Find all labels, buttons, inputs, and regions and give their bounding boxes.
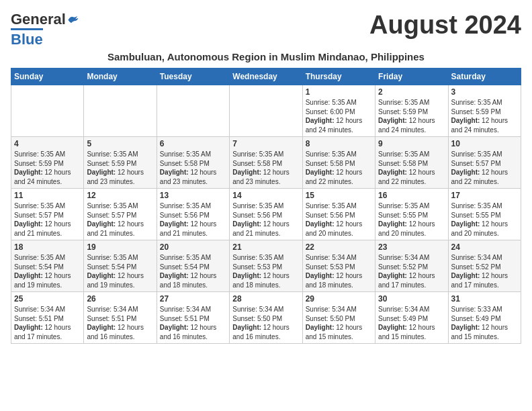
day-number: 28 <box>232 294 299 304</box>
day-header-sunday: Sunday <box>11 68 84 85</box>
day-number: 23 <box>378 242 445 252</box>
calendar-cell: 23Sunrise: 5:34 AMSunset: 5:52 PMDayligh… <box>375 240 448 292</box>
day-number: 4 <box>14 139 81 148</box>
calendar-cell: 8Sunrise: 5:35 AMSunset: 5:58 PMDaylight… <box>302 137 375 189</box>
calendar-cell: 12Sunrise: 5:35 AMSunset: 5:57 PMDayligh… <box>84 189 157 240</box>
calendar-cell: 9Sunrise: 5:35 AMSunset: 5:58 PMDaylight… <box>375 137 448 189</box>
calendar-cell: 4Sunrise: 5:35 AMSunset: 5:59 PMDaylight… <box>11 137 84 189</box>
calendar-cell: 30Sunrise: 5:34 AMSunset: 5:49 PMDayligh… <box>375 292 448 344</box>
day-number: 24 <box>451 242 518 252</box>
logo: General Blue <box>11 11 79 48</box>
calendar-cell: 27Sunrise: 5:34 AMSunset: 5:51 PMDayligh… <box>157 292 229 344</box>
week-row-2: 4Sunrise: 5:35 AMSunset: 5:59 PMDaylight… <box>11 137 521 189</box>
day-info: Sunrise: 5:34 AMSunset: 5:52 PMDaylight:… <box>378 253 445 289</box>
day-number: 27 <box>160 294 226 304</box>
logo-text: General <box>11 11 79 28</box>
day-number: 15 <box>306 191 372 200</box>
calendar-cell: 1Sunrise: 5:35 AMSunset: 6:00 PMDaylight… <box>302 85 375 137</box>
week-row-3: 11Sunrise: 5:35 AMSunset: 5:57 PMDayligh… <box>11 189 521 240</box>
day-number: 1 <box>306 87 372 97</box>
calendar-cell: 5Sunrise: 5:35 AMSunset: 5:59 PMDaylight… <box>84 137 157 189</box>
day-info: Sunrise: 5:35 AMSunset: 5:54 PMDaylight:… <box>160 253 226 289</box>
day-info: Sunrise: 5:34 AMSunset: 5:51 PMDaylight:… <box>14 305 81 341</box>
calendar-cell: 24Sunrise: 5:34 AMSunset: 5:52 PMDayligh… <box>448 240 521 292</box>
calendar-cell: 21Sunrise: 5:35 AMSunset: 5:53 PMDayligh… <box>230 240 302 292</box>
day-info: Sunrise: 5:34 AMSunset: 5:50 PMDaylight:… <box>232 305 299 341</box>
day-number: 20 <box>160 242 226 252</box>
day-number: 3 <box>451 87 518 97</box>
calendar-cell: 11Sunrise: 5:35 AMSunset: 5:57 PMDayligh… <box>11 189 84 240</box>
day-info: Sunrise: 5:35 AMSunset: 5:56 PMDaylight:… <box>232 201 299 238</box>
day-header-monday: Monday <box>84 68 157 85</box>
day-info: Sunrise: 5:35 AMSunset: 5:54 PMDaylight:… <box>14 253 81 289</box>
day-info: Sunrise: 5:35 AMSunset: 5:57 PMDaylight:… <box>87 201 153 238</box>
day-info: Sunrise: 5:35 AMSunset: 5:55 PMDaylight:… <box>378 201 445 238</box>
day-number: 5 <box>87 139 153 148</box>
calendar-cell: 13Sunrise: 5:35 AMSunset: 5:56 PMDayligh… <box>157 189 229 240</box>
day-number: 7 <box>232 139 299 148</box>
calendar-cell: 31Sunrise: 5:33 AMSunset: 5:49 PMDayligh… <box>448 292 521 344</box>
calendar-cell <box>230 85 302 137</box>
day-info: Sunrise: 5:35 AMSunset: 5:59 PMDaylight:… <box>14 150 81 186</box>
day-number: 12 <box>87 191 153 200</box>
day-number: 31 <box>451 294 518 304</box>
week-row-5: 25Sunrise: 5:34 AMSunset: 5:51 PMDayligh… <box>11 292 521 344</box>
day-header-thursday: Thursday <box>302 68 375 85</box>
day-info: Sunrise: 5:35 AMSunset: 5:59 PMDaylight:… <box>87 150 153 186</box>
day-number: 25 <box>14 294 81 304</box>
day-number: 9 <box>378 139 445 148</box>
day-number: 2 <box>378 87 445 97</box>
day-number: 17 <box>451 191 518 200</box>
day-number: 13 <box>160 191 226 200</box>
day-number: 30 <box>378 294 445 304</box>
day-number: 6 <box>160 139 226 148</box>
calendar-cell: 29Sunrise: 5:34 AMSunset: 5:50 PMDayligh… <box>302 292 375 344</box>
day-number: 19 <box>87 242 153 252</box>
calendar-cell: 26Sunrise: 5:34 AMSunset: 5:51 PMDayligh… <box>84 292 157 344</box>
calendar-cell: 6Sunrise: 5:35 AMSunset: 5:58 PMDaylight… <box>157 137 229 189</box>
days-header-row: SundayMondayTuesdayWednesdayThursdayFrid… <box>11 68 521 85</box>
day-info: Sunrise: 5:35 AMSunset: 5:57 PMDaylight:… <box>14 201 81 238</box>
calendar-cell: 3Sunrise: 5:35 AMSunset: 5:59 PMDaylight… <box>448 85 521 137</box>
day-info: Sunrise: 5:35 AMSunset: 5:53 PMDaylight:… <box>232 253 299 289</box>
logo-bird-icon <box>67 15 79 24</box>
calendar-cell: 14Sunrise: 5:35 AMSunset: 5:56 PMDayligh… <box>230 189 302 240</box>
day-number: 21 <box>232 242 299 252</box>
calendar-cell: 16Sunrise: 5:35 AMSunset: 5:55 PMDayligh… <box>375 189 448 240</box>
day-info: Sunrise: 5:35 AMSunset: 5:58 PMDaylight:… <box>306 150 372 186</box>
day-info: Sunrise: 5:34 AMSunset: 5:51 PMDaylight:… <box>160 305 226 341</box>
day-info: Sunrise: 5:35 AMSunset: 5:56 PMDaylight:… <box>306 201 372 238</box>
day-info: Sunrise: 5:34 AMSunset: 5:52 PMDaylight:… <box>451 253 518 289</box>
day-info: Sunrise: 5:35 AMSunset: 5:58 PMDaylight:… <box>378 150 445 186</box>
day-info: Sunrise: 5:35 AMSunset: 5:55 PMDaylight:… <box>451 201 518 238</box>
day-number: 22 <box>306 242 372 252</box>
day-header-wednesday: Wednesday <box>230 68 302 85</box>
day-header-friday: Friday <box>375 68 448 85</box>
calendar-body: 1Sunrise: 5:35 AMSunset: 6:00 PMDaylight… <box>11 85 521 344</box>
day-info: Sunrise: 5:34 AMSunset: 5:53 PMDaylight:… <box>306 253 372 289</box>
header: General Blue August 2024 <box>11 11 521 48</box>
month-year: August 2024 <box>369 11 521 40</box>
day-info: Sunrise: 5:34 AMSunset: 5:51 PMDaylight:… <box>87 305 153 341</box>
day-number: 18 <box>14 242 81 252</box>
calendar-cell: 10Sunrise: 5:35 AMSunset: 5:57 PMDayligh… <box>448 137 521 189</box>
calendar-cell <box>11 85 84 137</box>
day-info: Sunrise: 5:35 AMSunset: 5:59 PMDaylight:… <box>378 98 445 134</box>
day-info: Sunrise: 5:35 AMSunset: 6:00 PMDaylight:… <box>306 98 372 134</box>
day-number: 29 <box>306 294 372 304</box>
day-header-tuesday: Tuesday <box>157 68 229 85</box>
day-number: 16 <box>378 191 445 200</box>
calendar-cell: 2Sunrise: 5:35 AMSunset: 5:59 PMDaylight… <box>375 85 448 137</box>
logo-general: General <box>11 11 66 28</box>
calendar-cell: 20Sunrise: 5:35 AMSunset: 5:54 PMDayligh… <box>157 240 229 292</box>
calendar-cell: 18Sunrise: 5:35 AMSunset: 5:54 PMDayligh… <box>11 240 84 292</box>
calendar-cell: 22Sunrise: 5:34 AMSunset: 5:53 PMDayligh… <box>302 240 375 292</box>
calendar-cell: 19Sunrise: 5:35 AMSunset: 5:54 PMDayligh… <box>84 240 157 292</box>
subtitle: Sambuluan, Autonomous Region in Muslim M… <box>11 51 521 62</box>
logo-blue-text: Blue <box>11 28 43 48</box>
calendar-cell: 17Sunrise: 5:35 AMSunset: 5:55 PMDayligh… <box>448 189 521 240</box>
calendar-cell <box>157 85 229 137</box>
day-info: Sunrise: 5:33 AMSunset: 5:49 PMDaylight:… <box>451 305 518 341</box>
calendar-cell <box>84 85 157 137</box>
week-row-4: 18Sunrise: 5:35 AMSunset: 5:54 PMDayligh… <box>11 240 521 292</box>
